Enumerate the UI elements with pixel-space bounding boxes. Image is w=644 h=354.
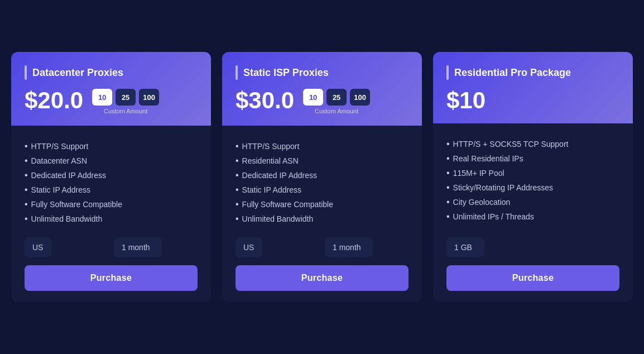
feature-item: Datacenter ASN [25,154,198,168]
card-controls-static-isp: US1 month3 months6 months [236,237,408,257]
purchase-button-static-isp[interactable]: Purchase [236,265,408,291]
title-bar-icon [236,65,238,80]
card-header-residential-pro: Residential Pro Package$10 [433,52,633,123]
card-body-residential-pro: HTTP/S + SOCKS5 TCP SupportReal Resident… [433,123,633,302]
card-title-row-static-isp: Static ISP Proxies [236,65,408,80]
pricing-card-residential-pro: Residential Pro Package$10HTTP/S + SOCKS… [433,52,633,302]
price-static-isp: $30.0 [236,89,294,112]
feature-item: Dedicated IP Address [25,168,198,183]
feature-item: Static IP Address [25,183,198,197]
quantity-selector-static-isp: 1025100Custom Amount [303,89,370,114]
select-dc-duration[interactable]: 1 month3 months6 months [114,237,162,257]
purchase-button-datacenter[interactable]: Purchase [25,265,198,291]
pricing-card-static-isp: Static ISP Proxies$30.01025100Custom Amo… [222,52,422,302]
select-dc-location[interactable]: US [25,237,51,257]
purchase-button-residential-pro[interactable]: Purchase [446,265,619,291]
card-title-row-datacenter: Datacenter Proxies [25,65,198,80]
feature-item: HTTP/S Support [25,139,198,154]
features-list-static-isp: HTTP/S SupportResidential ASNDedicated I… [236,139,408,226]
feature-item: Unlimited IPs / Threads [446,209,619,224]
qty-btn-datacenter-100[interactable]: 100 [139,89,159,106]
card-controls-datacenter: US1 month3 months6 months [25,237,198,257]
select-isp-location[interactable]: US [236,237,262,257]
feature-item: Sticky/Rotating IP Addresses [446,180,619,195]
card-title-static-isp: Static ISP Proxies [243,67,329,79]
card-title-residential-pro: Residential Pro Package [454,67,571,79]
qty-btn-datacenter-25[interactable]: 25 [116,89,136,106]
price-datacenter: $20.0 [25,89,83,112]
features-list-residential-pro: HTTP/S + SOCKS5 TCP SupportReal Resident… [446,137,619,226]
feature-item: Unlimited Bandwidth [25,212,198,226]
select-wrapper-dc-location: US [25,237,108,257]
quantity-selector-datacenter: 1025100Custom Amount [92,89,159,114]
card-header-datacenter: Datacenter Proxies$20.01025100Custom Amo… [11,52,211,126]
price-row-residential-pro: $10 [446,89,619,112]
pricing-grid: Datacenter Proxies$20.01025100Custom Amo… [11,52,633,302]
card-controls-residential-pro: 1 GB5 GB10 GB [446,237,619,257]
qty-btn-static-isp-100[interactable]: 100 [350,89,370,106]
card-body-static-isp: HTTP/S SupportResidential ASNDedicated I… [222,126,422,302]
features-list-datacenter: HTTP/S SupportDatacenter ASNDedicated IP… [25,139,198,226]
select-wrapper-res-size: 1 GB5 GB10 GB [446,237,619,257]
feature-item: Dedicated IP Address [236,168,408,183]
card-header-static-isp: Static ISP Proxies$30.01025100Custom Amo… [222,52,422,126]
select-wrapper-dc-duration: 1 month3 months6 months [114,237,198,257]
feature-item: Static IP Address [236,183,408,197]
card-title-row-residential-pro: Residential Pro Package [446,65,619,80]
qty-btn-static-isp-25[interactable]: 25 [326,89,347,106]
select-wrapper-isp-location: US [236,237,319,257]
card-body-datacenter: HTTP/S SupportDatacenter ASNDedicated IP… [11,126,211,302]
custom-amount-label-static-isp: Custom Amount [303,108,370,114]
qty-btn-datacenter-10[interactable]: 10 [92,89,112,106]
title-bar-icon [25,65,27,80]
price-residential-pro: $10 [446,89,486,112]
feature-item: City Geolocation [446,195,619,209]
feature-item: Unlimited Bandwidth [236,212,408,226]
feature-item: Fully Software Compatible [25,197,198,212]
pricing-card-datacenter: Datacenter Proxies$20.01025100Custom Amo… [11,52,211,302]
feature-item: HTTP/S Support [236,139,408,154]
select-isp-duration[interactable]: 1 month3 months6 months [325,237,373,257]
quantity-buttons-static-isp: 1025100 [303,89,370,106]
qty-btn-static-isp-10[interactable]: 10 [303,89,323,106]
price-row-datacenter: $20.01025100Custom Amount [25,89,198,114]
feature-item: Real Residential IPs [446,151,619,166]
title-bar-icon [446,65,449,80]
select-res-size[interactable]: 1 GB5 GB10 GB [446,237,484,257]
select-wrapper-isp-duration: 1 month3 months6 months [325,237,408,257]
card-title-datacenter: Datacenter Proxies [32,67,123,79]
price-row-static-isp: $30.01025100Custom Amount [236,89,408,114]
feature-item: HTTP/S + SOCKS5 TCP Support [446,137,619,151]
quantity-buttons-datacenter: 1025100 [92,89,159,106]
feature-item: 115M+ IP Pool [446,166,619,180]
custom-amount-label-datacenter: Custom Amount [92,108,159,114]
feature-item: Fully Software Compatible [236,197,408,212]
feature-item: Residential ASN [236,154,408,168]
